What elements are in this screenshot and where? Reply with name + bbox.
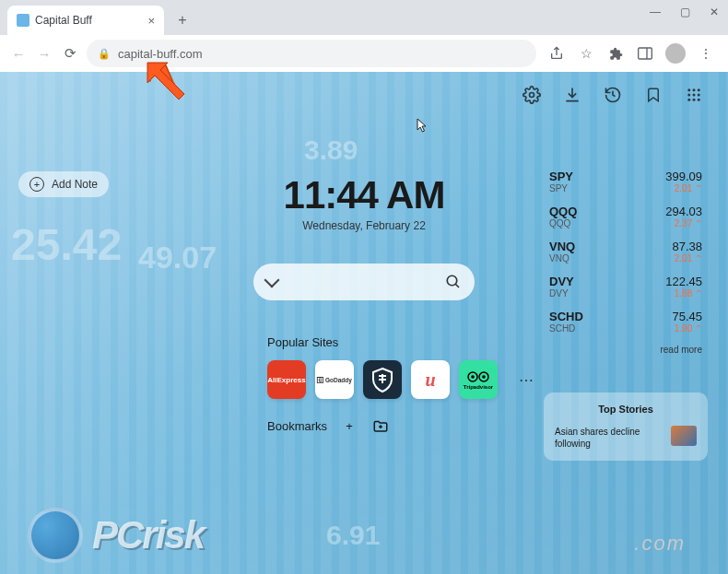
ticker-row[interactable]: VNQVNQ 87.382.01 ⌃ [544,234,708,269]
site-tile-tripadvisor[interactable]: Tripadvisor [459,360,498,399]
add-bookmark-icon[interactable]: + [340,416,358,435]
history-icon[interactable] [603,85,623,105]
svg-point-4 [693,88,696,91]
bookmarks-section: Bookmarks + [267,416,390,435]
svg-rect-0 [639,48,652,59]
ticker-row[interactable]: QQQQQQ 294.032.37 ⌃ [544,199,708,234]
address-bar[interactable]: 🔒 capital-buff.com [87,40,536,67]
bookmark-icon[interactable] [643,85,663,105]
svg-point-9 [687,99,690,101]
page-content: 3.89 25.42 49.07 6.91 + Add Note 11:44 A… [0,72,728,574]
svg-point-3 [687,88,690,91]
forward-icon[interactable]: → [35,44,53,63]
back-icon[interactable]: ← [9,44,28,63]
menu-icon[interactable]: ⋮ [697,44,715,63]
page-top-icons [522,85,704,105]
ticker-row[interactable]: DVYDVY 122.451.88 ⌃ [544,269,708,304]
svg-line-13 [455,284,459,287]
browser-tab[interactable]: Capital Buff × [7,6,164,35]
story-headline: Asian shares decline following [555,426,663,450]
close-window-icon[interactable]: ✕ [708,6,721,18]
watermark-text: PCrisk [92,513,204,557]
browser-chrome: Capital Buff × + ― ▢ ✕ ← → ⟳ 🔒 capital-b… [0,0,728,72]
tab-bar: Capital Buff × + ― ▢ ✕ [0,0,728,35]
star-icon[interactable]: ☆ [577,44,595,63]
svg-point-2 [530,93,534,98]
svg-point-16 [471,375,475,379]
site-tile-aliexpress[interactable]: AliExpress [267,360,306,399]
popular-sites-row: AliExpress 🄶 GoDaddy u Tripadvisor ⋯ [267,360,546,399]
site-tile-udemy[interactable]: u [411,360,450,399]
apps-grid-icon[interactable] [684,85,704,105]
toolbar-right: ☆ ⋮ [544,43,719,64]
download-icon[interactable] [562,85,582,105]
plus-circle-icon: + [29,177,44,192]
clock-date: Wednesday, February 22 [207,219,521,232]
chevron-down-icon[interactable] [264,273,280,288]
more-sites-button[interactable]: ⋯ [507,360,546,399]
window-controls: ― ▢ ✕ [649,6,721,18]
svg-point-10 [693,99,696,101]
svg-point-7 [693,94,696,97]
profile-avatar[interactable] [665,43,686,64]
ticker-row[interactable]: SPYSPY 399.092.01 ⌃ [544,164,708,199]
watermark: PCrisk [28,508,204,563]
reload-icon[interactable]: ⟳ [61,44,79,63]
svg-point-12 [447,275,457,286]
svg-point-17 [482,375,486,379]
clock-time: 11:44 AM [207,173,521,217]
new-tab-button[interactable]: + [170,7,195,33]
svg-point-11 [698,99,700,101]
search-icon[interactable] [445,274,462,290]
minimize-icon[interactable]: ― [649,6,662,18]
site-tile-usaa[interactable] [363,360,402,399]
popular-sites-section: Popular Sites AliExpress 🄶 GoDaddy u Tri… [267,335,546,399]
search-input[interactable] [253,264,475,300]
bookmarks-label: Bookmarks [267,419,327,433]
svg-point-5 [698,88,700,91]
ticker-panel: SPYSPY 399.092.01 ⌃ QQQQQQ 294.032.37 ⌃ … [544,164,708,355]
tab-close-icon[interactable]: × [147,14,155,28]
story-thumbnail [671,426,697,446]
svg-point-8 [698,94,700,97]
ticker-row[interactable]: SCHDSCHD 75.451.90 ⌃ [544,304,708,339]
url-text: capital-buff.com [118,47,203,61]
tab-title: Capital Buff [35,14,142,27]
bookmark-folder-icon[interactable] [371,416,390,435]
tab-favicon-icon [17,14,29,27]
popular-sites-heading: Popular Sites [267,335,546,349]
watermark-logo-icon [28,508,83,563]
address-bar-row: ← → ⟳ 🔒 capital-buff.com ☆ ⋮ [0,35,728,72]
add-note-label: Add Note [52,178,98,191]
svg-point-6 [687,94,690,97]
maximize-icon[interactable]: ▢ [678,6,691,18]
ticker-read-more-link[interactable]: read more [544,339,708,355]
add-note-button[interactable]: + Add Note [18,171,109,197]
gear-icon[interactable] [522,85,542,105]
share-icon[interactable] [547,44,566,63]
story-item[interactable]: Asian shares decline following [555,426,697,450]
extensions-icon[interactable] [606,44,625,63]
site-tile-godaddy[interactable]: 🄶 GoDaddy [315,360,354,399]
clock-block: 11:44 AM Wednesday, February 22 [207,173,521,232]
watermark-sub: .com [634,532,686,556]
side-panel-icon[interactable] [636,44,654,63]
top-stories-panel: Top Stories Asian shares decline followi… [544,392,708,461]
lock-icon: 🔒 [98,48,111,60]
top-stories-heading: Top Stories [555,404,697,415]
